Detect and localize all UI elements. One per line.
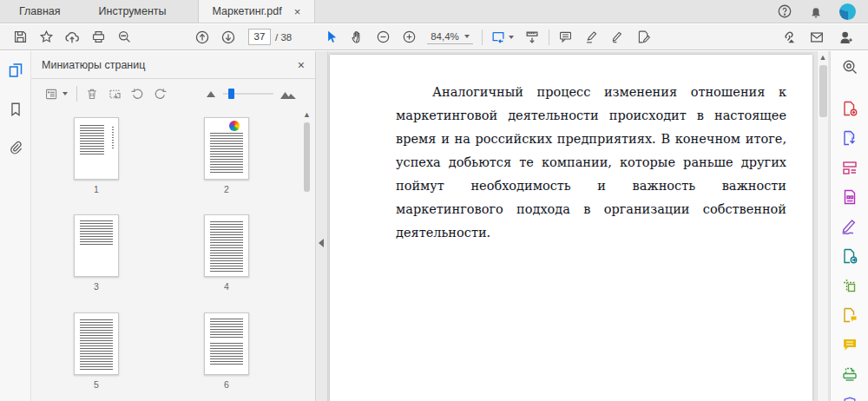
thumbnail-label: 5 (94, 379, 99, 390)
next-page-button[interactable] (215, 26, 241, 49)
zoom-out-thumbnails-icon[interactable] (206, 89, 216, 98)
thumbnail-label: 6 (224, 379, 229, 390)
request-signatures-icon[interactable] (841, 306, 858, 324)
star-favorite-button[interactable] (33, 26, 59, 49)
attachments-panel-icon[interactable] (8, 140, 23, 155)
scan-ocr-icon[interactable] (841, 365, 858, 383)
chevron-down-icon (509, 36, 514, 39)
thumbnail-page-1[interactable]: 1 (74, 117, 119, 206)
highlight-tool-button[interactable] (579, 26, 605, 49)
fit-width-button[interactable] (486, 26, 519, 49)
save-button[interactable] (7, 26, 33, 49)
thumbnail-label: 1 (94, 184, 99, 194)
chevron-down-icon (62, 92, 68, 95)
fill-sign-icon[interactable] (840, 218, 859, 235)
thumbnails-panel: Миниатюры страниц × 1 (31, 51, 315, 401)
thumbnail-page-6[interactable]: 6 (204, 312, 249, 401)
comment-panel-icon[interactable] (841, 336, 858, 353)
thumbnail-label: 4 (224, 281, 229, 292)
pdf-page[interactable]: Аналогичный процесс изменения отношения … (330, 55, 812, 401)
bookmarks-panel-icon[interactable] (8, 102, 23, 117)
thumbnail-size-slider[interactable] (223, 93, 273, 95)
sign-tool-button[interactable] (605, 26, 631, 49)
page-count-label: / 38 (275, 32, 292, 43)
search-tools-icon[interactable] (841, 58, 858, 76)
zoom-in-thumbnails-icon[interactable] (280, 89, 296, 99)
delete-pages-button[interactable] (81, 83, 103, 104)
select-tool-button[interactable] (318, 26, 344, 49)
tab-tools[interactable]: Инструменты (80, 0, 186, 23)
thumbnail-page-3[interactable]: 3 (74, 214, 119, 303)
zoom-in-button[interactable] (396, 26, 422, 49)
thumbnail-page-4[interactable]: 4 (204, 214, 249, 303)
share-upload-button[interactable] (59, 26, 85, 49)
thumbnail-label: 3 (94, 281, 99, 292)
hand-tool-button[interactable] (344, 26, 370, 49)
protect-icon[interactable] (842, 395, 858, 401)
previous-page-button[interactable] (189, 26, 215, 49)
combine-files-icon[interactable] (841, 188, 858, 206)
zoom-out-button[interactable] (370, 26, 396, 49)
panel-divider[interactable] (315, 51, 328, 401)
organize-pages-icon[interactable] (841, 277, 858, 294)
extract-pages-button[interactable] (103, 83, 126, 104)
user-avatar[interactable] (839, 3, 856, 20)
create-pdf-icon[interactable] (841, 100, 858, 117)
slider-handle[interactable] (228, 89, 234, 99)
thumbnail-label: 2 (224, 184, 229, 194)
tab-bar: Главная Инструменты Маркетинг.pdf × (0, 0, 868, 23)
page-number-input[interactable]: 37 (248, 29, 271, 45)
page-scrolling-button[interactable] (519, 26, 545, 49)
thumbnail-grid: 1 2 3 4 5 6 (31, 108, 292, 401)
rotate-left-button[interactable] (126, 83, 148, 104)
collapse-panel-icon[interactable] (319, 239, 324, 247)
close-panel-icon[interactable]: × (298, 58, 305, 72)
left-nav-strip (0, 51, 31, 401)
document-scrollbar-thumb[interactable] (819, 65, 827, 117)
panel-title: Миниатюры страниц (42, 59, 145, 71)
share-link-button[interactable] (773, 26, 802, 49)
help-icon[interactable] (777, 3, 792, 19)
edit-pdf-icon[interactable] (841, 159, 858, 176)
thumbnail-page-5[interactable]: 5 (74, 312, 119, 401)
tab-document-label: Маркетинг.pdf (213, 5, 282, 17)
panel-scrollbar-thumb[interactable] (304, 122, 310, 192)
document-paragraph: Аналогичный процесс изменения отношения … (396, 81, 786, 245)
main-toolbar: 37 / 38 84,4% (0, 24, 868, 50)
document-viewer: Аналогичный процесс изменения отношения … (328, 51, 830, 401)
search-button[interactable] (111, 26, 137, 49)
tools-sidebar (830, 51, 868, 401)
tab-document[interactable]: Маркетинг.pdf × (198, 0, 316, 23)
add-people-button[interactable] (832, 26, 861, 49)
scroll-up-icon[interactable]: ▲ (818, 51, 828, 63)
thumbnail-page-2[interactable]: 2 (204, 117, 249, 206)
zoom-level-dropdown[interactable]: 84,4% (427, 30, 473, 44)
zoom-level-value: 84,4% (431, 31, 459, 42)
comment-tool-button[interactable] (553, 26, 579, 49)
print-button[interactable] (85, 26, 111, 49)
close-tab-icon[interactable]: × (294, 6, 301, 17)
export-pdf-icon[interactable] (841, 129, 858, 147)
thumbnail-options-button[interactable] (38, 83, 73, 104)
scroll-up-icon[interactable]: ▲ (302, 110, 312, 119)
chevron-down-icon (464, 35, 470, 38)
tab-home[interactable]: Главная (0, 0, 80, 23)
email-button[interactable] (802, 26, 832, 49)
document-scrollbar[interactable]: ▲ (817, 51, 828, 401)
panel-scrollbar[interactable]: ▲ (302, 110, 312, 401)
edit-page-tool-button[interactable] (631, 26, 657, 49)
send-file-icon[interactable] (841, 247, 858, 265)
page-thumbnails-panel-icon[interactable] (7, 62, 24, 79)
document-logo (229, 121, 240, 131)
notifications-bell-icon[interactable] (808, 3, 824, 19)
rotate-right-button[interactable] (148, 83, 171, 104)
